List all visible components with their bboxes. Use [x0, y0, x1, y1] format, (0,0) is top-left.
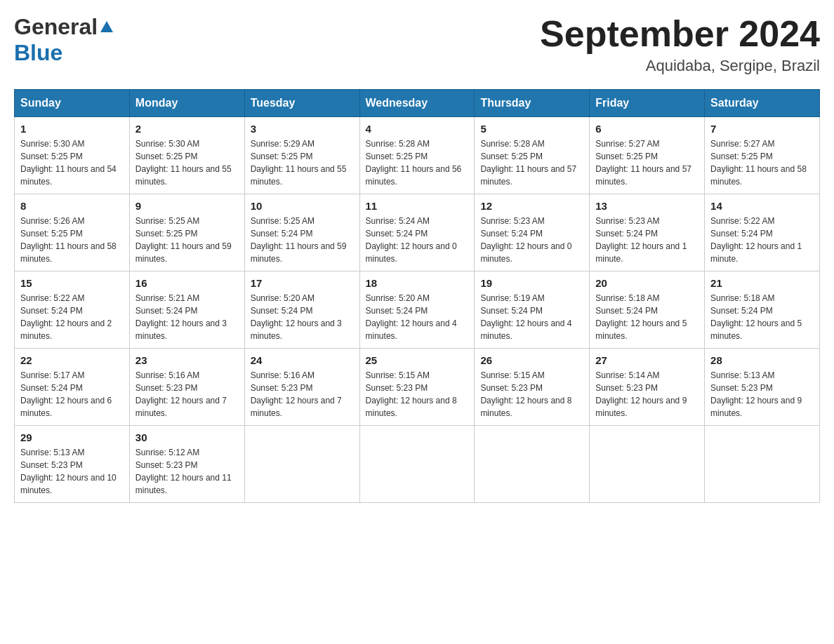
day-number: 24 [251, 354, 354, 366]
day-number: 8 [20, 200, 124, 212]
table-row: 16Sunrise: 5:21 AMSunset: 5:24 PMDayligh… [129, 271, 244, 349]
calendar-header-row: Sunday Monday Tuesday Wednesday Thursday… [15, 90, 820, 117]
table-row: 4Sunrise: 5:28 AMSunset: 5:25 PMDaylight… [359, 117, 475, 194]
table-row: 3Sunrise: 5:29 AMSunset: 5:25 PMDaylight… [244, 117, 359, 194]
day-info: Sunrise: 5:25 AMSunset: 5:25 PMDaylight:… [135, 215, 239, 265]
day-number: 15 [20, 277, 124, 289]
day-number: 9 [135, 200, 239, 212]
day-number: 13 [595, 200, 699, 212]
table-row: 26Sunrise: 5:15 AMSunset: 5:23 PMDayligh… [475, 349, 590, 426]
day-number: 19 [480, 277, 583, 289]
day-info: Sunrise: 5:18 AMSunset: 5:24 PMDaylight:… [710, 292, 814, 342]
day-number: 12 [480, 200, 583, 212]
table-row [705, 426, 820, 503]
table-row: 24Sunrise: 5:16 AMSunset: 5:23 PMDayligh… [244, 349, 359, 426]
day-info: Sunrise: 5:30 AMSunset: 5:25 PMDaylight:… [20, 137, 124, 188]
table-row [590, 426, 705, 503]
table-row: 13Sunrise: 5:23 AMSunset: 5:24 PMDayligh… [590, 194, 705, 271]
table-row: 18Sunrise: 5:20 AMSunset: 5:24 PMDayligh… [359, 271, 475, 349]
day-number: 2 [135, 123, 239, 135]
day-info: Sunrise: 5:20 AMSunset: 5:24 PMDaylight:… [251, 292, 354, 342]
table-row: 17Sunrise: 5:20 AMSunset: 5:24 PMDayligh… [244, 271, 359, 349]
day-number: 1 [20, 123, 124, 135]
day-number: 25 [366, 354, 469, 366]
day-number: 17 [251, 277, 354, 289]
calendar-week-2: 8Sunrise: 5:26 AMSunset: 5:25 PMDaylight… [15, 194, 820, 271]
day-info: Sunrise: 5:19 AMSunset: 5:24 PMDaylight:… [480, 292, 583, 342]
table-row: 9Sunrise: 5:25 AMSunset: 5:25 PMDaylight… [129, 194, 244, 271]
table-row: 14Sunrise: 5:22 AMSunset: 5:24 PMDayligh… [705, 194, 820, 271]
table-row: 23Sunrise: 5:16 AMSunset: 5:23 PMDayligh… [129, 349, 244, 426]
table-row: 15Sunrise: 5:22 AMSunset: 5:24 PMDayligh… [15, 271, 130, 349]
day-number: 27 [595, 354, 699, 366]
table-row: 28Sunrise: 5:13 AMSunset: 5:23 PMDayligh… [705, 349, 820, 426]
page-header: General Blue September 2024 Aquidaba, Se… [14, 14, 820, 75]
table-row: 2Sunrise: 5:30 AMSunset: 5:25 PMDaylight… [129, 117, 244, 194]
day-number: 7 [710, 123, 814, 135]
day-number: 11 [366, 200, 469, 212]
calendar-week-4: 22Sunrise: 5:17 AMSunset: 5:24 PMDayligh… [15, 349, 820, 426]
table-row: 25Sunrise: 5:15 AMSunset: 5:23 PMDayligh… [359, 349, 475, 426]
day-info: Sunrise: 5:21 AMSunset: 5:24 PMDaylight:… [135, 292, 239, 342]
logo-blue-text: Blue [14, 40, 62, 65]
day-number: 28 [710, 354, 814, 366]
day-info: Sunrise: 5:13 AMSunset: 5:23 PMDaylight:… [20, 446, 124, 497]
table-row: 27Sunrise: 5:14 AMSunset: 5:23 PMDayligh… [590, 349, 705, 426]
day-info: Sunrise: 5:28 AMSunset: 5:25 PMDaylight:… [366, 137, 469, 188]
col-thursday: Thursday [475, 90, 590, 117]
day-info: Sunrise: 5:14 AMSunset: 5:23 PMDaylight:… [595, 369, 699, 420]
logo-general-text: General [14, 14, 98, 40]
table-row: 5Sunrise: 5:28 AMSunset: 5:25 PMDaylight… [475, 117, 590, 194]
calendar-week-5: 29Sunrise: 5:13 AMSunset: 5:23 PMDayligh… [15, 426, 820, 503]
day-info: Sunrise: 5:23 AMSunset: 5:24 PMDaylight:… [595, 215, 699, 265]
day-info: Sunrise: 5:15 AMSunset: 5:23 PMDaylight:… [366, 369, 469, 420]
calendar-week-1: 1Sunrise: 5:30 AMSunset: 5:25 PMDaylight… [15, 117, 820, 194]
table-row: 21Sunrise: 5:18 AMSunset: 5:24 PMDayligh… [705, 271, 820, 349]
day-number: 14 [710, 200, 814, 212]
table-row: 7Sunrise: 5:27 AMSunset: 5:25 PMDaylight… [705, 117, 820, 194]
col-monday: Monday [129, 90, 244, 117]
day-info: Sunrise: 5:26 AMSunset: 5:25 PMDaylight:… [20, 215, 124, 265]
day-info: Sunrise: 5:25 AMSunset: 5:24 PMDaylight:… [251, 215, 354, 265]
day-info: Sunrise: 5:17 AMSunset: 5:24 PMDaylight:… [20, 369, 124, 420]
day-info: Sunrise: 5:13 AMSunset: 5:23 PMDaylight:… [710, 369, 814, 420]
table-row: 30Sunrise: 5:12 AMSunset: 5:23 PMDayligh… [129, 426, 244, 503]
day-number: 20 [595, 277, 699, 289]
table-row: 11Sunrise: 5:24 AMSunset: 5:24 PMDayligh… [359, 194, 475, 271]
day-number: 22 [20, 354, 124, 366]
table-row [244, 426, 359, 503]
day-info: Sunrise: 5:22 AMSunset: 5:24 PMDaylight:… [20, 292, 124, 342]
table-row: 1Sunrise: 5:30 AMSunset: 5:25 PMDaylight… [15, 117, 130, 194]
day-info: Sunrise: 5:27 AMSunset: 5:25 PMDaylight:… [595, 137, 699, 188]
day-number: 23 [135, 354, 239, 366]
day-info: Sunrise: 5:24 AMSunset: 5:24 PMDaylight:… [366, 215, 469, 265]
day-info: Sunrise: 5:16 AMSunset: 5:23 PMDaylight:… [135, 369, 239, 420]
day-info: Sunrise: 5:18 AMSunset: 5:24 PMDaylight:… [595, 292, 699, 342]
table-row: 29Sunrise: 5:13 AMSunset: 5:23 PMDayligh… [15, 426, 130, 503]
day-number: 21 [710, 277, 814, 289]
table-row: 20Sunrise: 5:18 AMSunset: 5:24 PMDayligh… [590, 271, 705, 349]
day-number: 16 [135, 277, 239, 289]
day-info: Sunrise: 5:20 AMSunset: 5:24 PMDaylight:… [366, 292, 469, 342]
logo-triangle-icon [100, 20, 114, 36]
day-info: Sunrise: 5:28 AMSunset: 5:25 PMDaylight:… [480, 137, 583, 188]
day-number: 5 [480, 123, 583, 135]
day-info: Sunrise: 5:23 AMSunset: 5:24 PMDaylight:… [480, 215, 583, 265]
day-info: Sunrise: 5:12 AMSunset: 5:23 PMDaylight:… [135, 446, 239, 497]
table-row: 10Sunrise: 5:25 AMSunset: 5:24 PMDayligh… [244, 194, 359, 271]
table-row: 12Sunrise: 5:23 AMSunset: 5:24 PMDayligh… [475, 194, 590, 271]
day-number: 26 [480, 354, 583, 366]
col-wednesday: Wednesday [359, 90, 475, 117]
day-number: 18 [366, 277, 469, 289]
table-row: 6Sunrise: 5:27 AMSunset: 5:25 PMDaylight… [590, 117, 705, 194]
svg-marker-0 [100, 21, 113, 32]
table-row [359, 426, 475, 503]
day-number: 29 [20, 431, 124, 443]
page-subtitle: Aquidaba, Sergipe, Brazil [540, 57, 820, 75]
day-info: Sunrise: 5:16 AMSunset: 5:23 PMDaylight:… [251, 369, 354, 420]
table-row [475, 426, 590, 503]
col-friday: Friday [590, 90, 705, 117]
day-info: Sunrise: 5:30 AMSunset: 5:25 PMDaylight:… [135, 137, 239, 188]
day-info: Sunrise: 5:15 AMSunset: 5:23 PMDaylight:… [480, 369, 583, 420]
col-saturday: Saturday [705, 90, 820, 117]
